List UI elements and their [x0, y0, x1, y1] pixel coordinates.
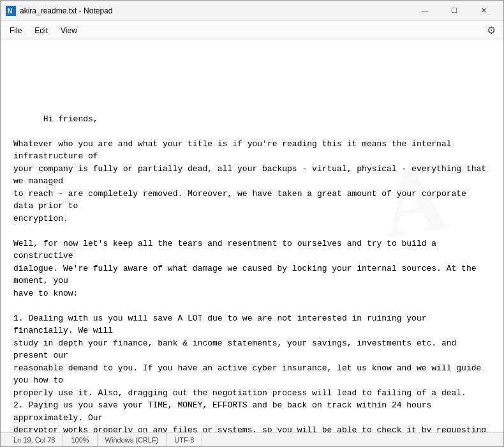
watermark: A	[340, 129, 488, 277]
line-ending: Windows (CRLF)	[98, 433, 167, 446]
main-text: Hi friends, Whatever who you are and wha…	[13, 114, 491, 433]
svg-text:N: N	[8, 8, 12, 15]
text-content[interactable]: A Hi friends, Whatever who you are and w…	[1, 40, 503, 432]
text-wrapper: A Hi friends, Whatever who you are and w…	[13, 75, 491, 432]
settings-area: ⚙	[482, 24, 501, 36]
settings-icon[interactable]: ⚙	[482, 22, 501, 38]
minimize-button[interactable]: —	[410, 1, 440, 21]
close-button[interactable]: ✕	[469, 1, 498, 21]
title-bar: N akira_readme.txt - Notepad — ☐ ✕	[1, 1, 503, 21]
cursor-position: Ln 19, Col 78	[6, 433, 63, 446]
maximize-button[interactable]: ☐	[440, 1, 469, 21]
menu-bar: File Edit View ⚙	[1, 21, 503, 40]
file-menu[interactable]: File	[3, 24, 28, 38]
edit-menu[interactable]: Edit	[28, 24, 54, 38]
notepad-window: N akira_readme.txt - Notepad — ☐ ✕ File …	[0, 0, 504, 447]
status-bar: Ln 19, Col 78 100% Windows (CRLF) UTF-8	[1, 432, 503, 446]
zoom-level: 100%	[63, 433, 97, 446]
app-icon: N	[6, 6, 16, 16]
window-controls: — ☐ ✕	[410, 1, 498, 21]
view-menu[interactable]: View	[54, 24, 84, 38]
encoding: UTF-8	[167, 433, 202, 446]
window-title: akira_readme.txt - Notepad	[20, 6, 410, 15]
